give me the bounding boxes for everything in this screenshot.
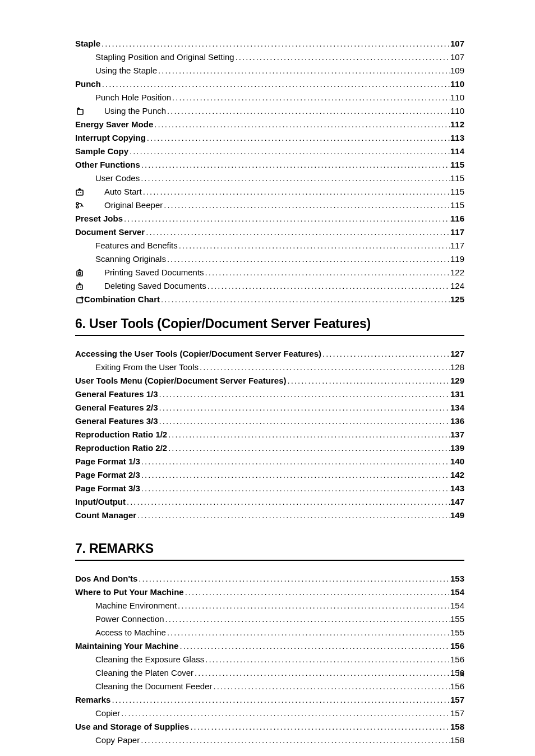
dot-leader xyxy=(142,185,450,199)
dot-leader xyxy=(212,680,450,693)
toc-line: Remarks 157 xyxy=(75,693,464,707)
toc-line: Auto Start 115 xyxy=(75,185,464,199)
toc-page: 117 xyxy=(450,239,464,252)
toc-page: 134 xyxy=(450,401,464,414)
toc-label: Copier xyxy=(75,707,120,720)
section-heading-6: 6. User Tools (Copier/Document Server Fe… xyxy=(75,316,464,336)
toc-label: Access to Machine xyxy=(75,626,166,639)
dot-leader xyxy=(164,612,450,626)
toc-label: Reproduction Ratio 2/2 xyxy=(75,441,167,455)
toc-line: Where to Put Your Machine 154 xyxy=(75,586,464,599)
toc-page: 136 xyxy=(450,414,464,428)
dot-leader xyxy=(321,347,450,361)
toc-page: 143 xyxy=(450,482,464,495)
toc-line: Cleaning the Exposure Glass 156 xyxy=(75,653,464,666)
toc-page: 140 xyxy=(450,455,464,468)
svg-point-3 xyxy=(80,192,81,193)
dot-leader xyxy=(204,266,450,279)
dot-leader xyxy=(157,64,450,77)
toc-page: 107 xyxy=(450,50,464,64)
toc-label: Features and Benefits xyxy=(75,239,178,252)
toc-line: Reproduction Ratio 2/2 139 xyxy=(75,441,464,455)
toc-line: Document Server 117 xyxy=(75,225,464,239)
toc-label: Cleaning the Exposure Glass xyxy=(75,653,204,666)
toc-line: Power Connection 155 xyxy=(75,612,464,626)
toc-page: 156 xyxy=(450,653,464,666)
toc-page: 158 xyxy=(450,734,464,747)
toc-page: 156 xyxy=(450,680,464,693)
dot-leader xyxy=(167,441,450,455)
doc-arrow-corner-down-icon xyxy=(75,279,84,293)
dot-leader xyxy=(123,212,450,225)
toc-page: 157 xyxy=(450,693,464,707)
toc-page: 116 xyxy=(450,212,464,225)
dot-leader xyxy=(193,666,450,680)
dot-leader xyxy=(140,482,450,495)
toc-page: 113 xyxy=(450,131,464,145)
toc-label: Use and Storage of Supplies xyxy=(75,720,189,734)
toc-line: Scanning Originals 119 xyxy=(75,252,464,266)
toc-page: 129 xyxy=(450,374,464,388)
toc-label: Remarks xyxy=(75,693,110,707)
toc-page: 128 xyxy=(450,361,464,374)
toc-line: Interrupt Copying 113 xyxy=(75,131,464,145)
dot-leader xyxy=(189,720,450,734)
section-heading-7: 7. REMARKS xyxy=(75,541,464,561)
toc-label: General Features 3/3 xyxy=(75,414,158,428)
dot-leader xyxy=(145,225,450,239)
toc-label: Input/Output xyxy=(75,495,126,509)
toc-label: Where to Put Your Machine xyxy=(75,586,184,599)
toc-line: Machine Environment 154 xyxy=(75,599,464,612)
toc-page: 110 xyxy=(450,104,464,118)
dot-leader xyxy=(199,361,450,374)
toc-line: Stapling Position and Original Setting 1… xyxy=(75,50,464,64)
toc-label: Reproduction Ratio 1/2 xyxy=(75,428,167,441)
toc-label: Interrupt Copying xyxy=(75,131,146,145)
svg-rect-6 xyxy=(77,271,82,276)
toc-label: Energy Saver Mode xyxy=(75,118,153,131)
dot-leader xyxy=(140,468,450,482)
toc-label: Preset Jobs xyxy=(75,212,123,225)
toc-line: Deleting Saved Documents 124 xyxy=(75,279,464,293)
toc-page: 110 xyxy=(450,91,464,104)
toc-line: General Features 2/3 134 xyxy=(75,401,464,414)
toc-label: Using the Punch xyxy=(84,104,166,118)
dot-leader xyxy=(140,734,450,747)
svg-point-10 xyxy=(80,287,81,288)
toc-label: General Features 1/3 xyxy=(75,388,158,401)
toc-page: 122 xyxy=(450,266,464,279)
toc-page: 109 xyxy=(450,64,464,77)
toc-label: Copy Paper xyxy=(75,734,140,747)
svg-rect-7 xyxy=(79,273,81,274)
toc-page: 125 xyxy=(450,293,464,306)
dot-leader xyxy=(166,104,450,118)
dot-leader xyxy=(158,401,450,414)
dot-leader xyxy=(206,279,450,293)
svg-point-9 xyxy=(78,287,79,288)
toc-page: 158 xyxy=(450,720,464,734)
toc-label: User Tools Menu (Copier/Document Server … xyxy=(75,374,286,388)
toc-line: Using the Staple 109 xyxy=(75,64,464,77)
toc-page: 115 xyxy=(450,199,464,212)
toc-label: Combination Chart xyxy=(84,293,160,306)
dot-leader xyxy=(137,572,450,586)
toc-page: 157 xyxy=(450,707,464,720)
toc-page: 131 xyxy=(450,388,464,401)
svg-rect-8 xyxy=(77,285,82,289)
toc-line: Combination Chart 125 xyxy=(75,293,464,306)
toc-label: Other Functions xyxy=(75,158,140,172)
toc-page: 119 xyxy=(450,252,464,266)
dot-leader xyxy=(101,77,450,91)
dot-leader xyxy=(166,626,450,639)
dot-leader xyxy=(178,239,450,252)
toc-line: Cleaning the Platen Cover 156 xyxy=(75,666,464,680)
toc-line: Page Format 1/3 140 xyxy=(75,455,464,468)
toc-label: Scanning Originals xyxy=(75,252,166,266)
doc-arrow-box-icon xyxy=(75,266,84,279)
doc-arrow-corners-icon xyxy=(75,185,84,199)
dot-leader xyxy=(153,118,450,131)
dot-leader xyxy=(146,131,450,145)
toc-line: User Tools Menu (Copier/Document Server … xyxy=(75,374,464,388)
toc-label: Stapling Position and Original Setting xyxy=(75,50,234,64)
toc-page: 153 xyxy=(450,572,464,586)
